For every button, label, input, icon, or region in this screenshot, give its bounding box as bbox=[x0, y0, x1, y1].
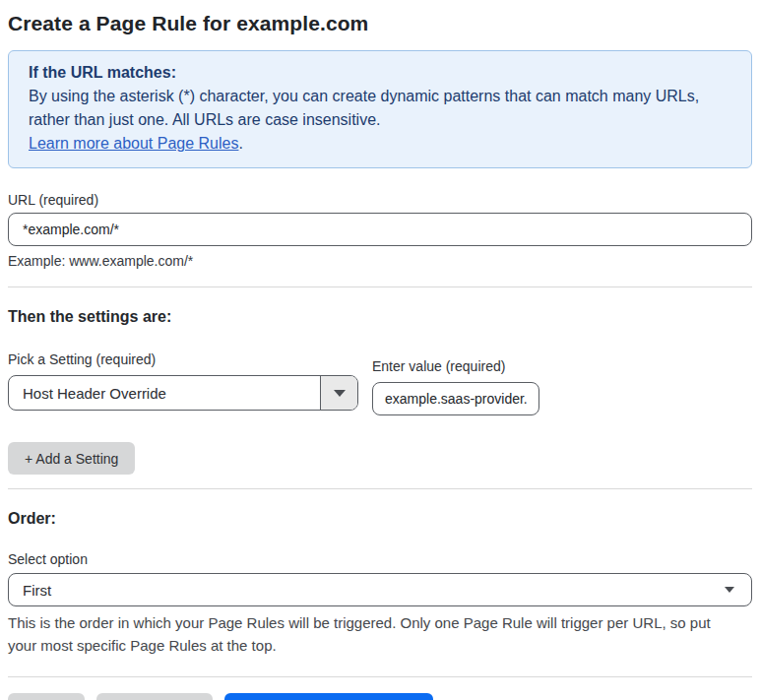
add-setting-button[interactable]: + Add a Setting bbox=[8, 442, 135, 475]
divider bbox=[8, 676, 752, 677]
order-section-heading: Order: bbox=[8, 510, 752, 528]
order-select[interactable]: First bbox=[8, 573, 752, 606]
info-box-heading: If the URL matches: bbox=[29, 61, 731, 85]
setting-select[interactable]: Host Header Override bbox=[8, 375, 358, 411]
settings-row: Pick a Setting (required) Host Header Ov… bbox=[8, 328, 752, 415]
setting-select-arrow-button[interactable] bbox=[320, 376, 357, 410]
url-input[interactable] bbox=[8, 213, 752, 246]
enter-value-column: Enter value (required) bbox=[372, 335, 539, 415]
chevron-down-icon bbox=[725, 587, 734, 593]
settings-section-heading: Then the settings are: bbox=[8, 308, 752, 326]
pick-setting-label: Pick a Setting (required) bbox=[8, 351, 358, 367]
save-draft-button[interactable]: Save as Draft bbox=[96, 693, 214, 700]
url-field-label: URL (required) bbox=[8, 192, 752, 208]
pick-setting-column: Pick a Setting (required) Host Header Ov… bbox=[8, 328, 358, 415]
url-helper-text: Example: www.example.com/* bbox=[8, 253, 752, 269]
create-page-rule-form: Create a Page Rule for example.com If th… bbox=[0, 0, 760, 700]
info-box-link-line: Learn more about Page Rules. bbox=[29, 132, 731, 156]
enter-value-label: Enter value (required) bbox=[372, 358, 539, 374]
setting-select-value: Host Header Override bbox=[9, 376, 320, 410]
chevron-down-icon bbox=[334, 390, 346, 397]
page-title: Create a Page Rule for example.com bbox=[8, 12, 752, 35]
link-suffix: . bbox=[238, 135, 242, 152]
cancel-button[interactable]: Cancel bbox=[8, 693, 85, 700]
form-actions: Cancel Save as Draft Save and Deploy Pag… bbox=[8, 693, 752, 700]
learn-more-link[interactable]: Learn more about Page Rules bbox=[29, 135, 238, 152]
info-box-body: By using the asterisk (*) character, you… bbox=[29, 85, 731, 132]
url-match-info-box: If the URL matches: By using the asteris… bbox=[8, 50, 752, 168]
order-select-label: Select option bbox=[8, 551, 752, 567]
order-select-value: First bbox=[23, 582, 51, 599]
setting-value-input[interactable] bbox=[372, 382, 539, 415]
divider bbox=[8, 488, 752, 489]
order-helper-text: This is the order in which your Page Rul… bbox=[8, 611, 736, 657]
save-deploy-button[interactable]: Save and Deploy Page Rule bbox=[224, 693, 433, 700]
divider bbox=[8, 286, 752, 287]
